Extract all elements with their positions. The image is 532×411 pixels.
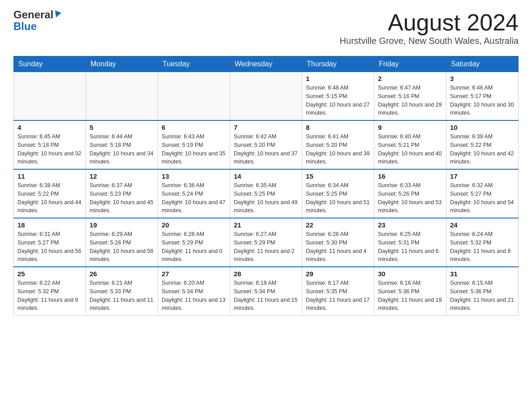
day-info: Sunrise: 6:41 AM Sunset: 5:20 PM Dayligh…: [306, 133, 370, 166]
calendar-day-header: Friday: [374, 56, 446, 72]
calendar-day-header: Wednesday: [230, 56, 302, 72]
title-block: August 2024 Hurstville Grove, New South …: [340, 9, 519, 51]
day-info: Sunrise: 6:40 AM Sunset: 5:21 PM Dayligh…: [378, 133, 442, 166]
day-info: Sunrise: 6:24 AM Sunset: 5:32 PM Dayligh…: [450, 230, 515, 264]
day-info: Sunrise: 6:28 AM Sunset: 5:29 PM Dayligh…: [162, 230, 226, 264]
calendar-day-cell: 29Sunrise: 6:17 AM Sunset: 5:35 PM Dayli…: [302, 267, 374, 316]
calendar-table: SundayMondayTuesdayWednesdayThursdayFrid…: [13, 56, 519, 316]
calendar-day-cell: 14Sunrise: 6:35 AM Sunset: 5:25 PM Dayli…: [230, 169, 302, 218]
calendar-day-cell: 17Sunrise: 6:32 AM Sunset: 5:27 PM Dayli…: [446, 169, 519, 218]
logo: General Blue: [13, 9, 62, 33]
calendar-day-cell: 16Sunrise: 6:33 AM Sunset: 5:26 PM Dayli…: [374, 169, 446, 218]
calendar-day-cell: 4Sunrise: 6:45 AM Sunset: 5:18 PM Daylig…: [14, 120, 86, 169]
day-info: Sunrise: 6:48 AM Sunset: 5:15 PM Dayligh…: [306, 84, 370, 117]
day-info: Sunrise: 6:15 AM Sunset: 5:36 PM Dayligh…: [450, 279, 515, 313]
day-number: 11: [17, 172, 82, 180]
calendar-day-cell: 26Sunrise: 6:21 AM Sunset: 5:33 PM Dayli…: [86, 267, 158, 316]
day-info: Sunrise: 6:18 AM Sunset: 5:34 PM Dayligh…: [234, 279, 298, 313]
day-info: Sunrise: 6:43 AM Sunset: 5:19 PM Dayligh…: [162, 133, 226, 166]
day-number: 26: [90, 270, 154, 278]
calendar-week-row: 1Sunrise: 6:48 AM Sunset: 5:15 PM Daylig…: [14, 72, 519, 121]
day-number: 10: [450, 124, 515, 131]
logo-triangle-icon: [54, 9, 62, 21]
calendar-day-cell: 27Sunrise: 6:20 AM Sunset: 5:34 PM Dayli…: [158, 267, 230, 316]
day-info: Sunrise: 6:44 AM Sunset: 5:18 PM Dayligh…: [90, 133, 154, 166]
day-number: 16: [378, 172, 442, 180]
day-number: 29: [306, 270, 370, 278]
day-number: 20: [162, 221, 226, 229]
day-info: Sunrise: 6:38 AM Sunset: 5:22 PM Dayligh…: [17, 181, 82, 215]
day-number: 27: [162, 270, 226, 278]
calendar-day-cell: 15Sunrise: 6:34 AM Sunset: 5:25 PM Dayli…: [302, 169, 374, 218]
day-info: Sunrise: 6:29 AM Sunset: 5:28 PM Dayligh…: [90, 230, 154, 264]
day-number: 24: [450, 221, 515, 229]
day-number: 18: [17, 221, 82, 229]
calendar-day-cell: 23Sunrise: 6:25 AM Sunset: 5:31 PM Dayli…: [374, 218, 446, 267]
day-number: 8: [306, 124, 370, 131]
calendar-day-cell: 5Sunrise: 6:44 AM Sunset: 5:18 PM Daylig…: [86, 120, 158, 169]
day-number: 1: [306, 75, 370, 82]
calendar-day-cell: 19Sunrise: 6:29 AM Sunset: 5:28 PM Dayli…: [86, 218, 158, 267]
day-info: Sunrise: 6:26 AM Sunset: 5:30 PM Dayligh…: [306, 230, 370, 264]
day-info: Sunrise: 6:34 AM Sunset: 5:25 PM Dayligh…: [306, 181, 370, 215]
day-info: Sunrise: 6:27 AM Sunset: 5:29 PM Dayligh…: [234, 230, 298, 264]
calendar-week-row: 25Sunrise: 6:22 AM Sunset: 5:32 PM Dayli…: [14, 267, 519, 316]
calendar-day-cell: 12Sunrise: 6:37 AM Sunset: 5:23 PM Dayli…: [86, 169, 158, 218]
day-number: 31: [450, 270, 515, 278]
calendar-day-cell: 21Sunrise: 6:27 AM Sunset: 5:29 PM Dayli…: [230, 218, 302, 267]
calendar-day-cell: 2Sunrise: 6:47 AM Sunset: 5:16 PM Daylig…: [374, 72, 446, 121]
calendar-day-header: Saturday: [446, 56, 519, 72]
day-number: 25: [17, 270, 82, 278]
day-info: Sunrise: 6:42 AM Sunset: 5:20 PM Dayligh…: [234, 133, 298, 166]
day-info: Sunrise: 6:36 AM Sunset: 5:24 PM Dayligh…: [162, 181, 226, 215]
calendar-day-cell: 13Sunrise: 6:36 AM Sunset: 5:24 PM Dayli…: [158, 169, 230, 218]
calendar-day-cell: [158, 72, 230, 121]
calendar-day-cell: [86, 72, 158, 121]
calendar-day-cell: 8Sunrise: 6:41 AM Sunset: 5:20 PM Daylig…: [302, 120, 374, 169]
calendar-day-cell: 22Sunrise: 6:26 AM Sunset: 5:30 PM Dayli…: [302, 218, 374, 267]
day-info: Sunrise: 6:46 AM Sunset: 5:17 PM Dayligh…: [450, 84, 515, 117]
calendar-day-cell: [14, 72, 86, 121]
calendar-week-row: 11Sunrise: 6:38 AM Sunset: 5:22 PM Dayli…: [14, 169, 519, 218]
day-number: 2: [378, 75, 442, 82]
calendar-day-header: Monday: [86, 56, 158, 72]
calendar-day-cell: 6Sunrise: 6:43 AM Sunset: 5:19 PM Daylig…: [158, 120, 230, 169]
calendar-day-cell: 25Sunrise: 6:22 AM Sunset: 5:32 PM Dayli…: [14, 267, 86, 316]
page-header: General Blue August 2024 Hurstville Grov…: [13, 9, 519, 51]
day-number: 12: [90, 172, 154, 180]
day-info: Sunrise: 6:17 AM Sunset: 5:35 PM Dayligh…: [306, 279, 370, 313]
day-info: Sunrise: 6:31 AM Sunset: 5:27 PM Dayligh…: [17, 230, 82, 264]
calendar-day-cell: 7Sunrise: 6:42 AM Sunset: 5:20 PM Daylig…: [230, 120, 302, 169]
calendar-day-cell: 31Sunrise: 6:15 AM Sunset: 5:36 PM Dayli…: [446, 267, 519, 316]
day-info: Sunrise: 6:22 AM Sunset: 5:32 PM Dayligh…: [17, 279, 82, 313]
day-info: Sunrise: 6:33 AM Sunset: 5:26 PM Dayligh…: [378, 181, 442, 215]
day-number: 14: [234, 172, 298, 180]
calendar-day-cell: 20Sunrise: 6:28 AM Sunset: 5:29 PM Dayli…: [158, 218, 230, 267]
day-info: Sunrise: 6:21 AM Sunset: 5:33 PM Dayligh…: [90, 279, 154, 313]
calendar-day-cell: 10Sunrise: 6:39 AM Sunset: 5:22 PM Dayli…: [446, 120, 519, 169]
calendar-day-header: Thursday: [302, 56, 374, 72]
calendar-day-cell: 24Sunrise: 6:24 AM Sunset: 5:32 PM Dayli…: [446, 218, 519, 267]
day-number: 13: [162, 172, 226, 180]
day-info: Sunrise: 6:35 AM Sunset: 5:25 PM Dayligh…: [234, 181, 298, 215]
month-title: August 2024: [340, 9, 519, 36]
day-info: Sunrise: 6:32 AM Sunset: 5:27 PM Dayligh…: [450, 181, 515, 215]
day-number: 17: [450, 172, 515, 180]
location-title: Hurstville Grove, New South Wales, Austr…: [340, 36, 519, 46]
calendar-header-row: SundayMondayTuesdayWednesdayThursdayFrid…: [14, 56, 519, 72]
day-number: 5: [90, 124, 154, 131]
day-info: Sunrise: 6:39 AM Sunset: 5:22 PM Dayligh…: [450, 133, 515, 166]
calendar-day-cell: 18Sunrise: 6:31 AM Sunset: 5:27 PM Dayli…: [14, 218, 86, 267]
day-info: Sunrise: 6:20 AM Sunset: 5:34 PM Dayligh…: [162, 279, 226, 313]
day-number: 30: [378, 270, 442, 278]
day-number: 15: [306, 172, 370, 180]
day-number: 22: [306, 221, 370, 229]
calendar-day-cell: 11Sunrise: 6:38 AM Sunset: 5:22 PM Dayli…: [14, 169, 86, 218]
logo-blue: Blue: [13, 21, 62, 32]
day-number: 19: [90, 221, 154, 229]
calendar-day-cell: [230, 72, 302, 121]
calendar-day-cell: 1Sunrise: 6:48 AM Sunset: 5:15 PM Daylig…: [302, 72, 374, 121]
calendar-week-row: 18Sunrise: 6:31 AM Sunset: 5:27 PM Dayli…: [14, 218, 519, 267]
day-info: Sunrise: 6:47 AM Sunset: 5:16 PM Dayligh…: [378, 84, 442, 117]
logo-general: General: [13, 9, 53, 21]
